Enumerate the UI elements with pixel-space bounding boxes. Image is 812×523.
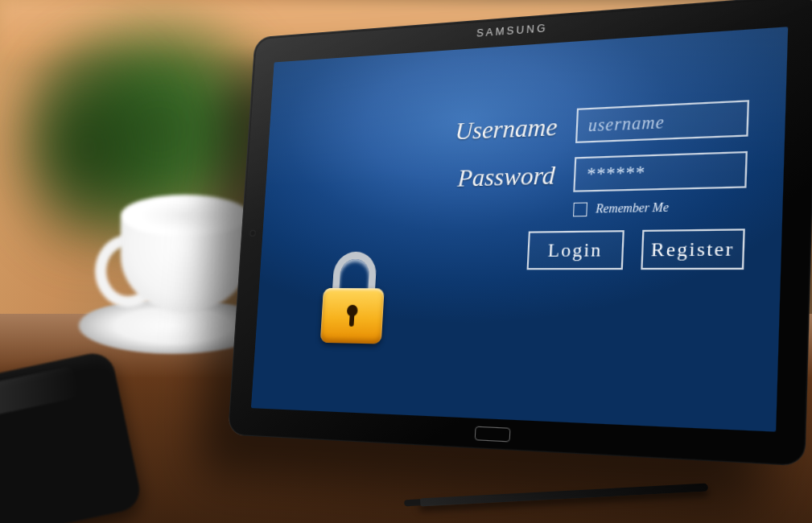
tablet-bezel: SAMSUNG Username Password [228,0,812,467]
lock-icon [320,252,387,344]
password-input[interactable] [573,151,748,192]
remember-label: Remember Me [596,200,669,216]
tablet-screen: Username Password Remember Me Lo [251,27,788,431]
home-button[interactable] [475,426,511,443]
login-button[interactable]: Login [527,230,624,270]
scene: SAMSUNG Username Password [0,0,812,523]
username-input[interactable] [575,100,749,143]
remember-checkbox[interactable] [573,202,587,216]
remember-row: Remember Me [263,195,783,230]
register-button[interactable]: Register [641,229,745,270]
username-row: Username [267,91,785,162]
tablet: SAMSUNG Username Password [241,32,812,523]
username-label: Username [455,112,559,146]
password-label: Password [457,160,556,192]
front-camera [249,230,256,237]
screen-glare [266,27,788,188]
login-form: Username Password Remember Me Lo [251,91,786,432]
password-row: Password [265,142,785,206]
button-row: Login Register [260,223,782,270]
